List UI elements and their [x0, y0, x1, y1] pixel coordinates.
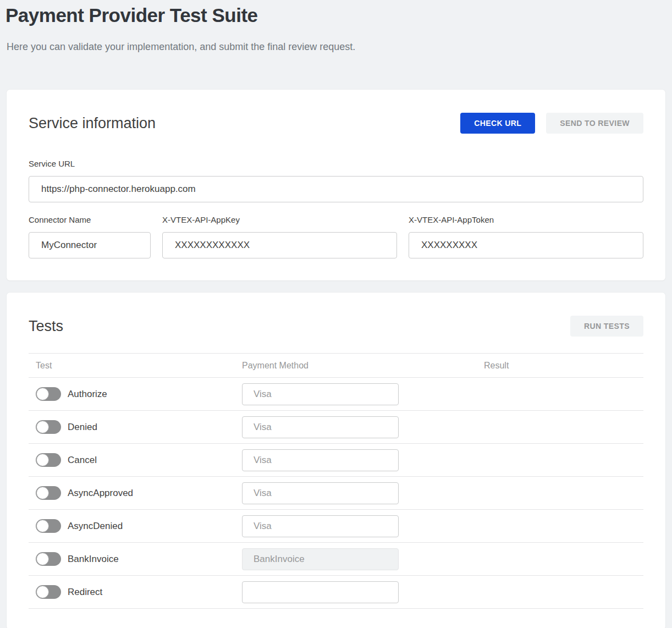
- page-subtitle: Here you can validate your implementatio…: [7, 41, 665, 53]
- column-header-payment-method: Payment Method: [242, 361, 484, 371]
- tests-table-body: Authorize Denied Cancel AsyncApproved: [29, 378, 643, 609]
- test-toggle[interactable]: [36, 486, 61, 500]
- toggle-knob: [36, 553, 49, 565]
- app-key-label: X-VTEX-API-AppKey: [162, 215, 397, 224]
- test-name-label: BankInvoice: [68, 554, 119, 565]
- table-row: BankInvoice: [29, 543, 643, 576]
- table-row: Denied: [29, 411, 643, 444]
- payment-method-cell: [242, 449, 484, 471]
- test-toggle[interactable]: [36, 387, 61, 401]
- test-name-label: AsyncDenied: [68, 521, 123, 532]
- test-cell: Authorize: [29, 387, 242, 401]
- payment-method-input[interactable]: [242, 416, 399, 438]
- service-url-label: Service URL: [29, 159, 643, 168]
- app-token-input[interactable]: [409, 232, 643, 258]
- test-toggle[interactable]: [36, 519, 61, 533]
- tests-heading: Tests: [29, 318, 63, 335]
- send-to-review-button[interactable]: SEND TO REVIEW: [546, 113, 643, 134]
- test-name-label: Redirect: [68, 587, 102, 598]
- service-actions: CHECK URL SEND TO REVIEW: [460, 113, 643, 134]
- run-tests-button[interactable]: RUN TESTS: [570, 316, 643, 337]
- payment-method-input[interactable]: [242, 383, 399, 405]
- table-row: AsyncApproved: [29, 477, 643, 510]
- connector-name-label: Connector Name: [29, 215, 151, 224]
- column-header-test: Test: [29, 361, 242, 371]
- toggle-knob: [36, 454, 49, 466]
- check-url-button[interactable]: CHECK URL: [460, 113, 535, 134]
- test-cell: Denied: [29, 420, 242, 434]
- payment-method-input[interactable]: [242, 515, 399, 537]
- test-toggle[interactable]: [36, 585, 61, 599]
- column-header-result: Result: [484, 361, 643, 371]
- test-toggle[interactable]: [36, 552, 61, 566]
- table-row: AsyncDenied: [29, 510, 643, 543]
- service-url-input[interactable]: [29, 176, 643, 202]
- tests-table: Test Payment Method Result Authorize Den…: [29, 353, 643, 609]
- service-information-heading: Service information: [29, 115, 156, 132]
- connector-name-field: Connector Name: [29, 215, 151, 258]
- table-row: Redirect: [29, 576, 643, 609]
- test-toggle[interactable]: [36, 420, 61, 434]
- toggle-knob: [36, 388, 49, 400]
- test-cell: AsyncApproved: [29, 486, 242, 500]
- test-cell: Cancel: [29, 453, 242, 467]
- payment-method-cell: [242, 515, 484, 537]
- app-token-field: X-VTEX-API-AppToken: [409, 215, 643, 258]
- service-url-field: Service URL: [29, 159, 643, 202]
- tests-card-header: Tests RUN TESTS: [29, 316, 643, 337]
- test-name-label: Cancel: [68, 455, 97, 466]
- payment-method-cell: [242, 416, 484, 438]
- page-title: Payment Provider Test Suite: [5, 4, 665, 26]
- page: Payment Provider Test Suite Here you can…: [0, 0, 672, 628]
- toggle-knob: [36, 421, 49, 433]
- toggle-knob: [36, 586, 49, 598]
- payment-method-cell: [242, 482, 484, 504]
- tests-card: Tests RUN TESTS Test Payment Method Resu…: [7, 293, 665, 628]
- table-row: Cancel: [29, 444, 643, 477]
- payment-method-input[interactable]: [242, 548, 399, 570]
- payment-method-cell: [242, 383, 484, 405]
- payment-method-cell: [242, 548, 484, 570]
- app-key-field: X-VTEX-API-AppKey: [162, 215, 397, 258]
- payment-method-cell: [242, 581, 484, 603]
- credentials-row: Connector Name X-VTEX-API-AppKey X-VTEX-…: [29, 215, 643, 258]
- test-cell: Redirect: [29, 585, 242, 599]
- test-name-label: Denied: [68, 422, 97, 433]
- app-token-label: X-VTEX-API-AppToken: [409, 215, 643, 224]
- tests-table-header: Test Payment Method Result: [29, 354, 643, 378]
- service-card-header: Service information CHECK URL SEND TO RE…: [29, 113, 643, 134]
- test-name-label: Authorize: [68, 389, 107, 400]
- toggle-knob: [36, 487, 49, 499]
- table-row: Authorize: [29, 378, 643, 411]
- test-cell: BankInvoice: [29, 552, 242, 566]
- app-key-input[interactable]: [162, 232, 397, 258]
- connector-name-input[interactable]: [29, 232, 151, 258]
- payment-method-input[interactable]: [242, 581, 399, 603]
- test-cell: AsyncDenied: [29, 519, 242, 533]
- test-name-label: AsyncApproved: [68, 488, 133, 499]
- toggle-knob: [36, 520, 49, 532]
- page-header: Payment Provider Test Suite Here you can…: [7, 0, 665, 53]
- payment-method-input[interactable]: [242, 482, 399, 504]
- test-toggle[interactable]: [36, 453, 61, 467]
- service-information-card: Service information CHECK URL SEND TO RE…: [7, 90, 665, 280]
- payment-method-input[interactable]: [242, 449, 399, 471]
